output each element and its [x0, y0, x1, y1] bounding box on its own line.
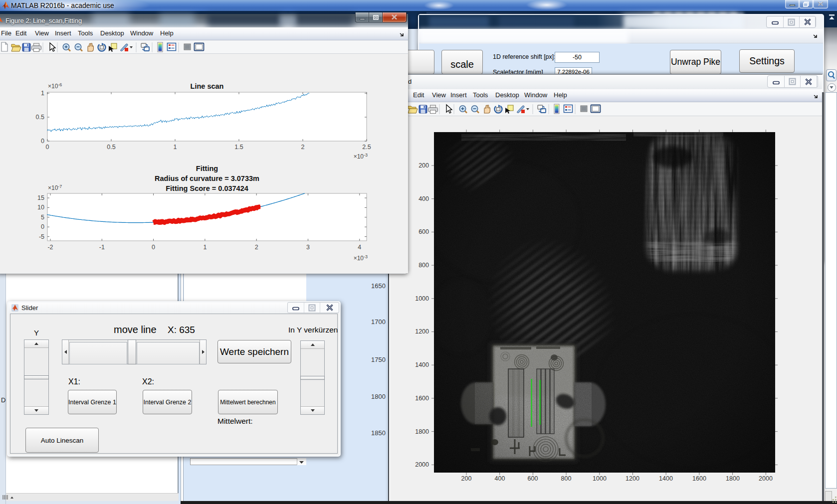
svg-text:1: 1 [203, 244, 207, 251]
svg-text:2.5: 2.5 [362, 144, 371, 151]
svg-text:15: 15 [37, 194, 44, 201]
svg-text:10: 10 [37, 204, 44, 211]
svg-text:2: 2 [255, 244, 258, 251]
svg-text:1: 1 [174, 144, 177, 151]
svg-text:0: 0 [41, 223, 44, 230]
svg-text:1.5: 1.5 [234, 144, 243, 151]
svg-text:Fitting: Fitting [196, 165, 218, 172]
svg-text:4: 4 [358, 244, 361, 251]
svg-text:Radius of curvature = 3.0733m: Radius of curvature = 3.0733m [155, 174, 259, 182]
svg-text:0: 0 [41, 138, 44, 145]
svg-text:Fitting Score = 0.037424: Fitting Score = 0.037424 [166, 184, 248, 192]
svg-text:0: 0 [46, 144, 49, 151]
svg-text:3: 3 [306, 244, 310, 251]
svg-text:2: 2 [301, 144, 305, 151]
svg-text:0.5: 0.5 [36, 114, 44, 121]
svg-text:1: 1 [41, 90, 44, 97]
svg-text:5: 5 [41, 214, 44, 221]
svg-text:0: 0 [152, 244, 155, 251]
svg-text:0.5: 0.5 [107, 144, 115, 151]
svg-text:Line scan: Line scan [191, 82, 224, 90]
svg-text:-5: -5 [39, 233, 44, 240]
svg-text:-1: -1 [99, 244, 105, 251]
svg-text:-2: -2 [47, 244, 53, 251]
